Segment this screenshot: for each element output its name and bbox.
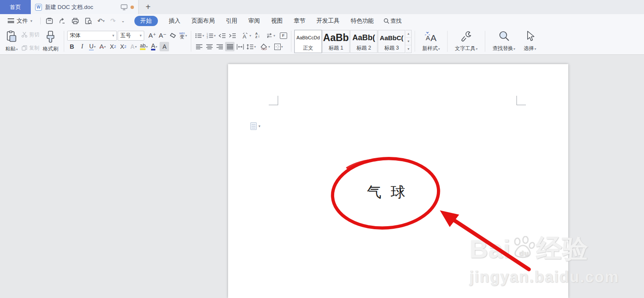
ribbon-tab-section[interactable]: 章节 (294, 17, 306, 25)
superscript-button[interactable]: X2 (108, 42, 118, 51)
ribbon-tab-special-features[interactable]: 特色功能 (351, 17, 374, 25)
divider (64, 31, 64, 52)
line-spacing-button[interactable]: ▾ (246, 42, 257, 51)
paragraph-layout-button[interactable]: F (279, 31, 288, 40)
ribbon-tab-home[interactable]: 开始 (134, 16, 158, 26)
chinese-layout-button[interactable]: A▾ (240, 31, 252, 40)
justify-button[interactable] (225, 42, 234, 51)
highlight-color-button[interactable]: ab▾ (139, 42, 148, 51)
menu-bar: 文件 ▾ ↶▾ ↷ ⌄ 开始 插入 页面布局 引用 审阅 视图 章节 开发工具 … (0, 14, 644, 27)
underline-button[interactable]: U▾ (88, 42, 97, 51)
font-color-button[interactable]: A▾ (149, 42, 159, 51)
subscript-button[interactable]: X2 (119, 42, 128, 51)
redo-button[interactable]: ↷ (110, 17, 116, 25)
svg-text:A: A (243, 33, 246, 39)
align-right-icon (217, 44, 223, 50)
style-label: 标题 3 (384, 44, 399, 52)
paragraph-marks-icon (266, 33, 273, 38)
page-settings-widget[interactable]: ▾ (250, 122, 261, 130)
paste-icon (5, 30, 18, 43)
pinyin-guide-button[interactable]: wén 变 ▾ (178, 31, 188, 40)
align-right-button[interactable] (215, 42, 224, 51)
bullet-list-icon (195, 33, 202, 38)
borders-icon (274, 44, 281, 50)
sort-button[interactable]: A Z ↓ (253, 31, 262, 40)
select-button[interactable]: 选择▾ (519, 29, 540, 53)
distribute-button[interactable] (235, 42, 245, 51)
file-menu-button[interactable]: 文件 ▾ (5, 17, 35, 25)
pinyin-char: 变 (180, 35, 184, 39)
share-screen-icon[interactable] (121, 4, 128, 10)
italic-button[interactable]: I (77, 42, 87, 51)
print-preview-button[interactable] (85, 18, 92, 24)
cut-button[interactable]: 剪切 (21, 31, 39, 38)
ribbon-tab-references[interactable]: 引用 (226, 17, 237, 25)
character-shading-button[interactable]: A (160, 42, 169, 51)
shading-button[interactable]: ▾ (259, 42, 271, 51)
find-button[interactable]: 查找 (383, 17, 402, 25)
ribbon-tab-page-layout[interactable]: 页面布局 (192, 17, 215, 25)
style-normal[interactable]: AaBbCcDd 正文 (294, 30, 322, 53)
new-style-icon: AA (424, 30, 438, 43)
tab-home[interactable]: 首页 (0, 0, 31, 14)
select-label: 选择 (524, 45, 534, 51)
save-button[interactable] (46, 18, 53, 24)
text-tool-button[interactable]: 文字工具▾ (451, 29, 482, 53)
ribbon-tab-review[interactable]: 审阅 (249, 17, 260, 25)
export-pdf-button[interactable] (59, 18, 66, 24)
format-painter-button[interactable]: 格式刷 (40, 30, 61, 53)
strikethrough-button[interactable]: A▾ (98, 42, 107, 51)
borders-button[interactable]: ▾ (273, 42, 284, 51)
underline-glyph: U (89, 43, 93, 50)
style-heading1[interactable]: AaBb 标题 1 (322, 30, 350, 53)
new-style-button[interactable]: AA 新样式▾ (418, 29, 444, 53)
font-size-select[interactable]: 五号▾ (118, 31, 144, 41)
document-page[interactable]: ▾ 气 球 (228, 64, 568, 298)
document-area[interactable]: ▾ 气 球 Bai du du 经验 jingyan.baidu.com (0, 55, 644, 298)
font-family-select[interactable]: 宋体▾ (67, 31, 117, 41)
ribbon-tab-view[interactable]: 视图 (271, 17, 283, 25)
grow-font-button[interactable]: A⁺ (148, 31, 157, 40)
bold-button[interactable]: B (67, 42, 77, 51)
ribbon-toolbar: 粘贴▾ 剪切 复制 格式刷 宋体▾ 五号 (0, 27, 644, 55)
svg-text:3: 3 (207, 37, 208, 38)
decrease-indent-icon (219, 33, 226, 38)
find-replace-button[interactable]: 查找替换▾ (488, 29, 519, 53)
ribbon-tab-insert[interactable]: 插入 (169, 17, 181, 25)
hamburger-icon (8, 18, 14, 23)
print-button[interactable] (71, 18, 79, 24)
copy-icon (21, 45, 27, 51)
copy-button[interactable]: 复制 (21, 44, 39, 52)
text-effects-button[interactable]: A▾ (129, 42, 138, 51)
numbered-list-button[interactable]: 123▾ (206, 31, 217, 40)
align-left-button[interactable] (194, 42, 204, 51)
style-heading2[interactable]: AaBb( 标题 2 (350, 30, 377, 53)
chinese-layout-icon: A (241, 32, 249, 39)
paste-button[interactable]: 粘贴▾ (3, 30, 21, 53)
shrink-font-button[interactable]: A⁻ (158, 31, 167, 40)
align-center-button[interactable] (205, 42, 214, 51)
styles-more-button[interactable]: ▼ (406, 45, 411, 53)
font-family-value: 宋体 (70, 32, 80, 39)
styles-scroll-up-button[interactable]: ▲ (406, 30, 411, 38)
show-marks-button[interactable]: ▾ (265, 31, 276, 40)
text-effects-glyph: A (130, 43, 134, 50)
bullet-list-button[interactable]: ▾ (194, 31, 205, 40)
clear-format-button[interactable] (168, 31, 178, 40)
style-heading3[interactable]: AaBbC( 标题 3 (378, 30, 405, 53)
increase-indent-button[interactable] (228, 31, 237, 40)
paragraph-layout-icon: F (280, 32, 287, 39)
superscript-glyph: X (110, 43, 114, 50)
decrease-indent-button[interactable] (217, 31, 227, 40)
ribbon-tab-developer[interactable]: 开发工具 (317, 17, 340, 25)
styles-scroll-down-button[interactable]: ▼ (406, 38, 411, 45)
customize-quickbar-chevron-icon[interactable]: ⌄ (121, 18, 125, 23)
cut-copy-column: 剪切 复制 (21, 30, 40, 53)
document-body-text[interactable]: 气 球 (228, 183, 547, 202)
undo-button[interactable]: ↶▾ (98, 17, 105, 25)
new-tab-button[interactable]: + (139, 0, 157, 14)
distribute-icon (237, 44, 244, 50)
scissors-icon (21, 32, 27, 38)
tab-document[interactable]: W 新建 DOC 文档.doc (31, 0, 139, 14)
new-style-label: 新样式 (422, 45, 438, 51)
